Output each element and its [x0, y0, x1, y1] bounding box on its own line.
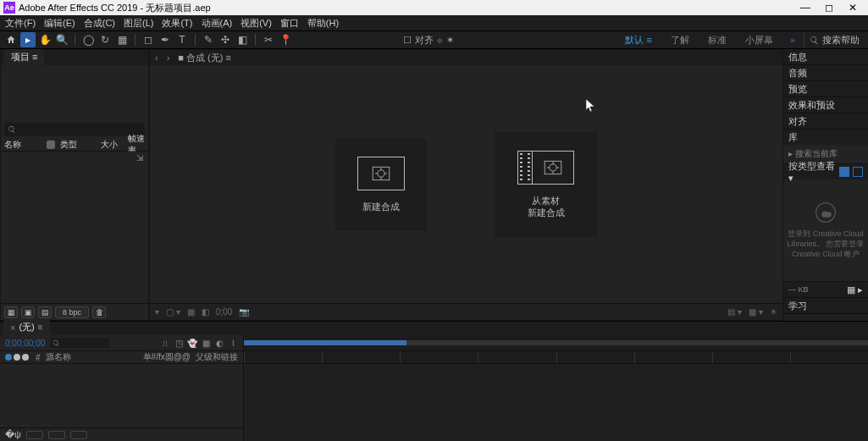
info-panel-tab[interactable]: 信息: [783, 49, 868, 64]
snapshot-button[interactable]: 📷: [239, 307, 249, 317]
menu-comp[interactable]: 合成(C): [84, 17, 115, 30]
project-header-name[interactable]: 名称: [4, 139, 47, 151]
delete-button[interactable]: 🗑: [92, 306, 106, 318]
zoom-tool[interactable]: 🔍: [54, 32, 69, 47]
current-timecode[interactable]: 0;00;00;00: [5, 339, 45, 348]
grid-button[interactable]: ▦: [187, 307, 195, 317]
workspace-learn[interactable]: 了解: [662, 34, 698, 47]
new-comp-button[interactable]: ▤: [38, 306, 52, 318]
help-search[interactable]: 搜索帮助: [804, 31, 865, 48]
libraries-browse-dropdown[interactable]: 按类型查看 ▾: [788, 160, 839, 184]
composition-footer: ▾ ▢ ▾ ▦ ◧ 0;00 📷 ▤ ▾ ▦ ▾ ☀: [150, 303, 782, 320]
hand-tool[interactable]: ✋: [37, 32, 53, 47]
timeline-search[interactable]: [50, 338, 109, 348]
comp-mini-flowchart-icon[interactable]: ⎍: [160, 338, 170, 348]
parent-header[interactable]: 父级和链接: [196, 351, 238, 363]
interpret-footage-button[interactable]: ▦: [4, 306, 18, 318]
rotate-tool[interactable]: ↻: [97, 32, 113, 47]
new-composition-card[interactable]: 新建合成: [335, 138, 427, 231]
shape-tool[interactable]: ◻: [141, 32, 156, 47]
pen-tool[interactable]: ✒: [158, 32, 173, 47]
workspace-small[interactable]: 小屏幕: [737, 34, 782, 47]
zoom-dropdown[interactable]: ▾: [155, 307, 159, 317]
navigator-handle[interactable]: [244, 340, 406, 345]
view-layout-dropdown[interactable]: ▤ ▾: [727, 307, 742, 317]
cache-icons[interactable]: ▦ ▸: [847, 284, 863, 295]
modes-pane-toggle[interactable]: [48, 431, 65, 439]
window-close-button[interactable]: ✕: [841, 2, 865, 14]
comp-nav-back[interactable]: ‹: [155, 52, 158, 63]
puppet-tool[interactable]: 📍: [278, 32, 293, 47]
snapping-toggle[interactable]: ☐对齐 ⟐ ✶: [398, 34, 459, 47]
project-search[interactable]: [4, 123, 145, 136]
label-color-icon[interactable]: [47, 141, 55, 149]
switches-header[interactable]: 单#/fx圆@@: [143, 351, 191, 363]
workspace-more[interactable]: »: [783, 35, 802, 45]
comp-nav-fwd[interactable]: ›: [167, 52, 170, 63]
learn-panel-tab[interactable]: 学习: [783, 298, 868, 313]
motion-blur-icon[interactable]: ◐: [214, 338, 224, 348]
project-header-size[interactable]: 大小: [101, 139, 128, 151]
home-button[interactable]: [3, 32, 19, 47]
av-switches-header[interactable]: [5, 353, 30, 362]
composition-viewer[interactable]: 新建合成 从素材新建合成: [150, 65, 782, 303]
timeline-tracks[interactable]: [244, 364, 868, 441]
project-tab[interactable]: 项目 ≡: [4, 49, 44, 65]
time-display[interactable]: 0;00: [216, 307, 232, 317]
libraries-panel-tab[interactable]: 库: [783, 130, 868, 145]
project-header-type[interactable]: 类型: [60, 139, 101, 151]
list-view-icon[interactable]: [853, 167, 863, 177]
switches-pane-toggle[interactable]: [26, 431, 43, 439]
camera-tool[interactable]: ▦: [114, 32, 130, 47]
draft3d-icon[interactable]: ◳: [174, 338, 184, 348]
color-depth-button[interactable]: 8 bpc: [55, 306, 89, 318]
window-maximize-button[interactable]: ◻: [817, 2, 841, 14]
workspace-default[interactable]: 默认 ≡: [616, 34, 660, 47]
comp-tab[interactable]: ■ 合成 (无) ≡: [178, 52, 231, 64]
orbit-tool[interactable]: ◯: [80, 32, 96, 47]
parent-pane-toggle[interactable]: [70, 431, 87, 439]
align-panel-tab[interactable]: 对齐: [783, 113, 868, 129]
frame-blend-icon[interactable]: ▦: [201, 338, 211, 348]
timeline-ruler[interactable]: [244, 350, 868, 364]
new-comp-from-footage-card[interactable]: 从素材新建合成: [495, 132, 598, 237]
timeline-track-area[interactable]: [244, 335, 868, 441]
layer-number-header[interactable]: #: [36, 353, 41, 362]
timeline-navigator[interactable]: [244, 335, 868, 350]
preview-panel-tab[interactable]: 预览: [783, 81, 868, 96]
exposure-button[interactable]: ☀: [770, 307, 777, 317]
audio-panel-tab[interactable]: 音频: [783, 65, 868, 80]
window-minimize-button[interactable]: —: [793, 2, 817, 14]
mask-button[interactable]: ◧: [202, 307, 209, 317]
roto-tool[interactable]: ✂: [261, 32, 276, 47]
selection-tool[interactable]: ▸: [20, 32, 36, 47]
shy-icon[interactable]: 👻: [187, 338, 197, 348]
toolbar-separator: [255, 34, 256, 46]
menu-edit[interactable]: 编辑(E): [44, 17, 75, 30]
new-folder-button[interactable]: ▣: [21, 306, 35, 318]
project-item-list[interactable]: ⇲: [1, 152, 148, 303]
graph-editor-icon[interactable]: ⌇: [228, 338, 238, 348]
source-name-header[interactable]: 源名称: [46, 351, 71, 363]
brush-tool[interactable]: ✎: [201, 32, 216, 47]
text-tool[interactable]: T: [174, 32, 190, 47]
menu-anim[interactable]: 动画(A): [202, 17, 233, 30]
menu-effect[interactable]: 效果(T): [162, 17, 192, 30]
menu-layer[interactable]: 图层(L): [124, 17, 153, 30]
menu-view[interactable]: 视图(V): [240, 17, 272, 30]
timeline-layer-list[interactable]: [0, 364, 243, 427]
grid-view-icon[interactable]: [839, 167, 849, 177]
menu-file[interactable]: 文件(F): [5, 17, 36, 30]
menu-window[interactable]: 窗口: [280, 17, 299, 30]
clone-tool[interactable]: ✣: [218, 32, 233, 47]
3d-view-dropdown[interactable]: ▦ ▾: [749, 307, 763, 317]
toggle-switches-button[interactable]: �ψ: [5, 429, 21, 440]
flowchart-icon[interactable]: ⇲: [136, 153, 143, 163]
libraries-signin-text: 登录到 Creative Cloud Libraries。 您需要登录 Crea…: [783, 229, 868, 259]
timeline-tab[interactable]: × (无) ≡: [3, 319, 50, 335]
resolution-dropdown[interactable]: ▢ ▾: [166, 307, 180, 317]
menu-help[interactable]: 帮助(H): [307, 17, 339, 30]
eraser-tool[interactable]: ◧: [235, 32, 250, 47]
effects-panel-tab[interactable]: 效果和预设: [783, 97, 868, 113]
workspace-standard[interactable]: 标准: [699, 34, 735, 47]
